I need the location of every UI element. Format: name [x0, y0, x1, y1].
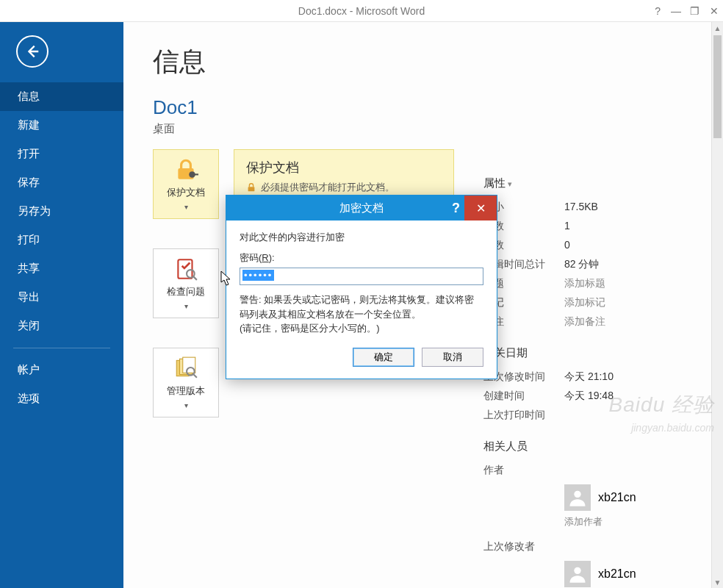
property-row: 页数1: [483, 217, 704, 236]
svg-point-14: [574, 567, 580, 574]
properties-header[interactable]: 属性: [483, 176, 704, 190]
svg-rect-4: [248, 187, 255, 191]
doc-title: Doc1: [153, 96, 694, 119]
person-avatar-icon: [564, 484, 591, 511]
scrollbar-thumb[interactable]: [713, 35, 722, 138]
page-heading: 信息: [153, 44, 694, 80]
cancel-button[interactable]: 取消: [422, 348, 483, 367]
minimize-icon[interactable]: —: [671, 5, 680, 17]
nav-close[interactable]: 关闭: [0, 312, 123, 340]
property-row: 编辑时间总计82 分钟: [483, 255, 704, 274]
property-row: 标记添加标记: [483, 293, 704, 312]
modifier-name: xb21cn: [598, 567, 636, 581]
svg-rect-5: [178, 259, 192, 279]
svg-rect-3: [195, 173, 198, 175]
svg-rect-10: [183, 357, 195, 373]
dialog-title: 加密文档: [339, 201, 384, 215]
nav-account[interactable]: 帐户: [0, 356, 123, 384]
property-row: 大小17.5KB: [483, 198, 704, 217]
password-label: 密码(R):: [240, 251, 483, 265]
author-label: 作者: [483, 464, 564, 477]
property-row: 标题添加标题: [483, 274, 704, 293]
versions-tile-label: 管理版本: [167, 384, 205, 398]
svg-line-7: [194, 277, 197, 280]
window-title: Doc1.docx - Microsoft Word: [298, 5, 425, 17]
author-person[interactable]: xb21cn: [564, 484, 704, 511]
property-row: 字数0: [483, 236, 704, 255]
warning-text: 警告: 如果丢失或忘记密码，则无法将其恢复。建议将密码列表及其相应文档名放在一个…: [240, 293, 483, 336]
modifier-label: 上次修改者: [483, 540, 564, 553]
nav-info[interactable]: 信息: [0, 82, 123, 111]
dialog-help-icon[interactable]: ?: [452, 201, 460, 216]
scroll-up-icon[interactable]: ▲: [712, 22, 723, 34]
nav-print[interactable]: 打印: [0, 226, 123, 254]
properties-panel: 属性 大小17.5KB页数1字数0编辑时间总计82 分钟标题添加标题标记添加标记…: [483, 176, 704, 588]
nav-export[interactable]: 导出: [0, 283, 123, 312]
related-people-header: 相关人员: [483, 440, 704, 453]
help-icon[interactable]: ?: [655, 5, 661, 17]
chevron-down-icon: ▾: [184, 302, 188, 310]
nav-open[interactable]: 打开: [0, 140, 123, 168]
svg-point-2: [189, 171, 195, 178]
property-row: 备注添加备注: [483, 312, 704, 331]
chevron-down-icon: ▾: [184, 203, 188, 211]
dialog-close-button[interactable]: ✕: [464, 196, 497, 220]
nav-options[interactable]: 选项: [0, 384, 123, 413]
password-input[interactable]: [240, 268, 483, 285]
protect-document-tile[interactable]: 保护文档 ▾: [153, 149, 219, 219]
nav-save[interactable]: 保存: [0, 168, 123, 197]
manage-versions-tile[interactable]: 管理版本 ▾: [153, 348, 219, 417]
back-button[interactable]: [16, 35, 48, 68]
inspect-tile-label: 检查问题: [167, 285, 205, 298]
person-avatar-icon: [564, 561, 591, 587]
password-selection: ••••••: [242, 270, 274, 281]
modifier-person[interactable]: xb21cn: [564, 561, 704, 587]
dialog-subtitle: 对此文件的内容进行加密: [240, 231, 483, 244]
nav-share[interactable]: 共享: [0, 254, 123, 283]
ok-button[interactable]: 确定: [353, 348, 414, 367]
add-author-link[interactable]: 添加作者: [564, 515, 704, 528]
scroll-down-icon[interactable]: ▼: [712, 576, 723, 588]
svg-line-12: [194, 375, 197, 378]
close-icon[interactable]: ✕: [710, 5, 719, 17]
date-row: 创建时间今天 19:48: [483, 387, 704, 406]
restore-icon[interactable]: ❐: [690, 5, 699, 17]
encrypt-document-dialog: 加密文档 ? ✕ 对此文件的内容进行加密 密码(R): •••••• 警告: 如…: [226, 195, 497, 379]
author-name: xb21cn: [598, 491, 636, 504]
related-dates-header: 相关日期: [483, 346, 704, 360]
date-row: 上次修改时间今天 21:10: [483, 368, 704, 387]
lock-icon: [246, 182, 256, 193]
date-row: 上次打印时间: [483, 406, 704, 425]
chevron-down-icon: ▾: [184, 401, 188, 409]
nav-new[interactable]: 新建: [0, 111, 123, 140]
vertical-scrollbar[interactable]: ▲ ▼: [711, 22, 723, 588]
protect-tile-label: 保护文档: [167, 186, 205, 199]
inspect-document-tile[interactable]: 检查问题 ▾: [153, 248, 219, 318]
backstage-sidebar: 信息 新建 打开 保存 另存为 打印 共享 导出 关闭 帐户 选项: [0, 22, 123, 588]
svg-point-13: [574, 491, 580, 498]
doc-location: 桌面: [153, 122, 694, 136]
nav-saveas[interactable]: 另存为: [0, 197, 123, 226]
